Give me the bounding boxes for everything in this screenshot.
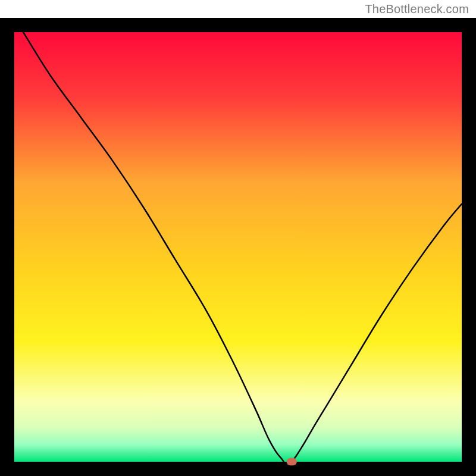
marker-optimal-point (287, 458, 297, 465)
bottleneck-chart: TheBottleneck.com (0, 0, 476, 476)
attribution-label: TheBottleneck.com (365, 2, 469, 16)
plot-background (14, 32, 462, 462)
chart-svg (0, 0, 476, 476)
